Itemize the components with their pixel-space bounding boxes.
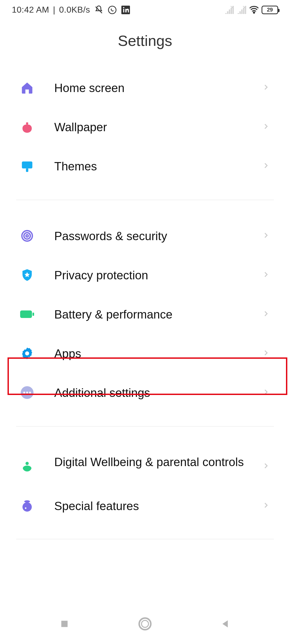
whatsapp-icon [107, 5, 117, 15]
item-additional-settings[interactable]: Additional settings [16, 373, 274, 412]
divider [16, 539, 274, 539]
item-label: Apps [54, 346, 262, 361]
svg-point-21 [139, 618, 151, 630]
linkedin-icon [121, 5, 130, 15]
nav-back-button[interactable] [218, 616, 233, 631]
status-left: 10:42 AM | 0.0KB/s [12, 5, 130, 15]
status-sep: | [53, 5, 55, 15]
svg-point-13 [23, 392, 25, 394]
signal-2-icon [237, 5, 247, 15]
chevron-right-icon [262, 123, 270, 131]
svg-point-14 [26, 392, 28, 394]
settings-list: Home screen Wallpaper Themes Passwords &… [0, 68, 290, 539]
svg-rect-5 [26, 169, 28, 172]
more-icon [19, 385, 35, 400]
special-features-icon [19, 498, 35, 514]
svg-point-11 [25, 351, 29, 355]
status-bar: 10:42 AM | 0.0KB/s 29 [0, 0, 290, 19]
battery-perf-icon [19, 306, 35, 322]
status-speed: 0.0KB/s [59, 5, 90, 15]
chevron-right-icon [262, 83, 270, 92]
svg-point-19 [25, 507, 27, 509]
item-special-features[interactable]: Special features [16, 486, 274, 525]
wifi-icon [249, 5, 259, 15]
chevron-right-icon [262, 232, 270, 240]
mute-icon [94, 5, 104, 15]
chevron-right-icon [262, 388, 270, 397]
svg-rect-10 [32, 313, 34, 316]
nav-home-button[interactable] [137, 616, 153, 631]
svg-point-15 [29, 392, 31, 394]
chevron-right-icon [262, 310, 270, 319]
item-label: Battery & performance [54, 307, 262, 322]
svg-point-3 [123, 7, 124, 8]
signal-1-icon [224, 5, 234, 15]
page-title: Settings [0, 32, 290, 49]
svg-rect-2 [123, 9, 124, 12]
item-privacy-protection[interactable]: Privacy protection [16, 255, 274, 295]
item-label: Additional settings [54, 385, 262, 400]
svg-point-22 [142, 620, 148, 627]
fingerprint-icon [19, 228, 35, 244]
svg-point-0 [108, 6, 116, 13]
item-passwords-security[interactable]: Passwords & security [16, 216, 274, 255]
divider [16, 200, 274, 200]
wallpaper-icon [19, 119, 35, 135]
item-label: Wallpaper [54, 120, 262, 134]
item-label: Special features [54, 499, 262, 513]
item-label: Home screen [54, 80, 262, 95]
wellbeing-icon [19, 459, 35, 474]
item-label: Privacy protection [54, 268, 262, 283]
item-battery-performance[interactable]: Battery & performance [16, 295, 274, 334]
chevron-right-icon [262, 162, 270, 170]
item-label: Digital Wellbeing & parental controls [54, 455, 262, 469]
status-right: 29 [224, 5, 278, 15]
themes-icon [19, 158, 35, 174]
chevron-right-icon [262, 502, 270, 510]
svg-rect-4 [22, 162, 32, 169]
chevron-right-icon [262, 271, 270, 279]
shield-icon [19, 267, 35, 283]
item-label: Passwords & security [54, 229, 262, 243]
svg-point-8 [26, 235, 28, 237]
apps-gear-icon [19, 346, 35, 361]
battery-icon: 29 [262, 6, 278, 14]
svg-point-16 [26, 462, 29, 465]
svg-rect-20 [61, 621, 67, 627]
nav-recent-button[interactable] [57, 616, 72, 631]
item-apps[interactable]: Apps [16, 334, 274, 373]
battery-level: 29 [267, 7, 273, 13]
navigation-bar [0, 604, 290, 644]
status-time: 10:42 AM [12, 5, 49, 15]
svg-point-18 [23, 502, 32, 512]
chevron-right-icon [262, 349, 270, 358]
svg-rect-9 [20, 310, 32, 318]
svg-point-7 [24, 233, 30, 239]
svg-point-17 [24, 500, 30, 503]
chevron-right-icon [262, 462, 270, 471]
item-home-screen[interactable]: Home screen [16, 68, 274, 107]
item-label: Themes [54, 159, 262, 174]
item-digital-wellbeing[interactable]: Digital Wellbeing & parental controls [16, 443, 274, 486]
item-wallpaper[interactable]: Wallpaper [16, 107, 274, 147]
item-themes[interactable]: Themes [16, 147, 274, 186]
home-icon [19, 80, 35, 96]
divider [16, 426, 274, 427]
